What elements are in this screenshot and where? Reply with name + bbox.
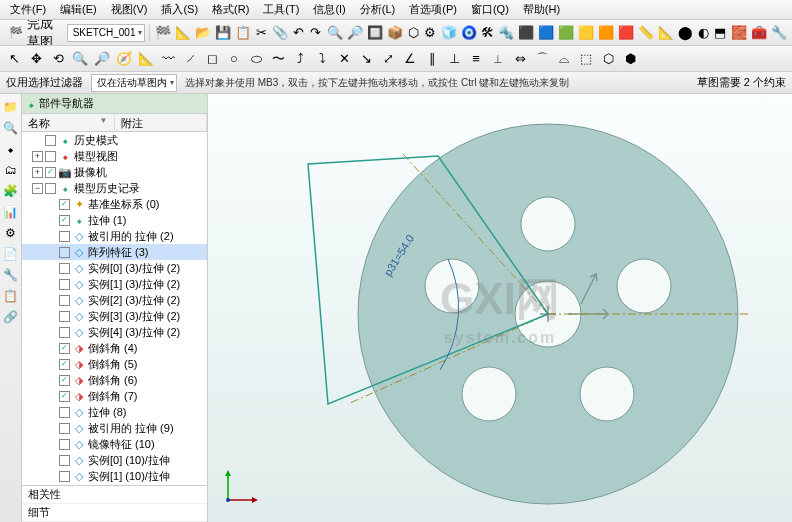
toolbar-btn-4[interactable]: 📋 bbox=[234, 23, 252, 43]
sketch-btn-16[interactable]: ↘ bbox=[356, 49, 376, 69]
tree-row[interactable]: ◇阵列特征 (3) bbox=[22, 244, 207, 260]
toolbar-btn-22[interactable]: 🟨 bbox=[577, 23, 595, 43]
toolbar-btn-7[interactable]: ↶ bbox=[291, 23, 306, 43]
checkbox-icon[interactable] bbox=[59, 231, 70, 242]
side-btn-4[interactable]: 🧩 bbox=[2, 182, 20, 200]
sketch-btn-1[interactable]: ✥ bbox=[26, 49, 46, 69]
sketch-btn-26[interactable]: ⬚ bbox=[576, 49, 596, 69]
sketch-btn-8[interactable]: ⟋ bbox=[180, 49, 200, 69]
toolbar-btn-20[interactable]: 🟦 bbox=[537, 23, 555, 43]
tree-row[interactable]: +✓📷摄像机 bbox=[22, 164, 207, 180]
checkbox-icon[interactable] bbox=[59, 295, 70, 306]
side-btn-10[interactable]: 🔗 bbox=[2, 308, 20, 326]
toolbar-btn-25[interactable]: 📏 bbox=[637, 23, 655, 43]
toolbar-btn-27[interactable]: ⬤ bbox=[677, 23, 694, 43]
tree-row[interactable]: ✓⬗倒斜角 (6) bbox=[22, 372, 207, 388]
menu-item-0[interactable]: 文件(F) bbox=[4, 0, 52, 19]
sketch-btn-25[interactable]: ⌓ bbox=[554, 49, 574, 69]
toolbar-btn-10[interactable]: 🔎 bbox=[346, 23, 364, 43]
tree-row[interactable]: ◇实例[3] (3)/拉伸 (2) bbox=[22, 308, 207, 324]
toolbar-btn-29[interactable]: ⬒ bbox=[713, 23, 728, 43]
tree-row[interactable]: ◇实例[0] (3)/拉伸 (2) bbox=[22, 260, 207, 276]
tree-row[interactable]: −⬥模型历史记录 bbox=[22, 180, 207, 196]
checkbox-icon[interactable] bbox=[59, 279, 70, 290]
sketch-btn-4[interactable]: 🔎 bbox=[92, 49, 112, 69]
sketch-btn-19[interactable]: ∥ bbox=[422, 49, 442, 69]
side-btn-7[interactable]: 📄 bbox=[2, 245, 20, 263]
side-btn-1[interactable]: 🔍 bbox=[2, 119, 20, 137]
toolbar-btn-13[interactable]: ⬡ bbox=[406, 23, 421, 43]
toolbar-btn-2[interactable]: 📂 bbox=[194, 23, 212, 43]
sketch-btn-2[interactable]: ⟲ bbox=[48, 49, 68, 69]
nav-bottom-row-1[interactable]: 细节 bbox=[22, 504, 207, 522]
sketch-btn-7[interactable]: 〰 bbox=[158, 49, 178, 69]
toolbar-btn-26[interactable]: 📐 bbox=[657, 23, 675, 43]
checkbox-icon[interactable]: ✓ bbox=[59, 199, 70, 210]
checkbox-icon[interactable] bbox=[59, 327, 70, 338]
menu-item-1[interactable]: 编辑(E) bbox=[54, 0, 103, 19]
toolbar-btn-0[interactable]: 🏁 bbox=[154, 23, 172, 43]
checkbox-icon[interactable] bbox=[59, 311, 70, 322]
side-btn-0[interactable]: 📁 bbox=[2, 98, 20, 116]
side-btn-2[interactable]: ⬥ bbox=[2, 140, 20, 158]
tree-row[interactable]: ◇实例[1] (3)/拉伸 (2) bbox=[22, 276, 207, 292]
tree-row[interactable]: ◇实例[2] (3)/拉伸 (2) bbox=[22, 292, 207, 308]
finish-sketch-button[interactable]: 🏁 完成草图 bbox=[4, 23, 65, 43]
checkbox-icon[interactable] bbox=[59, 439, 70, 450]
toolbar-btn-5[interactable]: ✂ bbox=[254, 23, 269, 43]
tree-row[interactable]: ◇实例[1] (10)/拉伸 bbox=[22, 468, 207, 484]
tree-row[interactable]: ✓⬗倒斜角 (4) bbox=[22, 340, 207, 356]
side-btn-3[interactable]: 🗂 bbox=[2, 161, 20, 179]
toolbar-btn-12[interactable]: 📦 bbox=[386, 23, 404, 43]
side-btn-5[interactable]: 📊 bbox=[2, 203, 20, 221]
expand-icon[interactable]: + bbox=[32, 167, 43, 178]
sketch-btn-14[interactable]: ⤵ bbox=[312, 49, 332, 69]
checkbox-icon[interactable] bbox=[59, 263, 70, 274]
sketch-btn-15[interactable]: ✕ bbox=[334, 49, 354, 69]
tree-row[interactable]: ◇镜像特征 (10) bbox=[22, 436, 207, 452]
checkbox-icon[interactable]: ✓ bbox=[59, 375, 70, 386]
sketch-btn-5[interactable]: 🧭 bbox=[114, 49, 134, 69]
sketch-btn-12[interactable]: 〜 bbox=[268, 49, 288, 69]
nav-bottom-row-0[interactable]: 相关性 bbox=[22, 486, 207, 504]
expand-icon[interactable]: − bbox=[32, 183, 43, 194]
sketch-btn-27[interactable]: ⬡ bbox=[598, 49, 618, 69]
checkbox-icon[interactable] bbox=[59, 471, 70, 482]
col-name[interactable]: 名称▼ bbox=[22, 114, 115, 131]
menu-item-6[interactable]: 信息(I) bbox=[307, 0, 351, 19]
sketch-btn-28[interactable]: ⬢ bbox=[620, 49, 640, 69]
toolbar-btn-8[interactable]: ↷ bbox=[308, 23, 323, 43]
menu-item-7[interactable]: 分析(L) bbox=[354, 0, 401, 19]
toolbar-btn-3[interactable]: 💾 bbox=[214, 23, 232, 43]
toolbar-btn-6[interactable]: 📎 bbox=[271, 23, 289, 43]
checkbox-icon[interactable] bbox=[45, 151, 56, 162]
checkbox-icon[interactable]: ✓ bbox=[59, 215, 70, 226]
checkbox-icon[interactable]: ✓ bbox=[45, 167, 56, 178]
tree-row[interactable]: ◇被引用的 拉伸 (9) bbox=[22, 420, 207, 436]
checkbox-icon[interactable]: ✓ bbox=[59, 359, 70, 370]
menu-item-2[interactable]: 视图(V) bbox=[105, 0, 154, 19]
tree-row[interactable]: +⬥模型视图 bbox=[22, 148, 207, 164]
sketch-btn-13[interactable]: ⤴ bbox=[290, 49, 310, 69]
navigator-tree[interactable]: ⬥历史模式+⬥模型视图+✓📷摄像机−⬥模型历史记录✓✦基准坐标系 (0)✓⬥拉伸… bbox=[22, 132, 207, 485]
toolbar-btn-23[interactable]: 🟧 bbox=[597, 23, 615, 43]
tree-row[interactable]: ◇拉伸 (8) bbox=[22, 404, 207, 420]
checkbox-icon[interactable] bbox=[59, 407, 70, 418]
toolbar-btn-18[interactable]: 🔩 bbox=[497, 23, 515, 43]
tree-row[interactable]: ✓✦基准坐标系 (0) bbox=[22, 196, 207, 212]
toolbar-btn-30[interactable]: 🧱 bbox=[730, 23, 748, 43]
sketch-btn-10[interactable]: ○ bbox=[224, 49, 244, 69]
toolbar-btn-31[interactable]: 🧰 bbox=[750, 23, 768, 43]
sketch-btn-23[interactable]: ⇔ bbox=[510, 49, 530, 69]
sketch-btn-9[interactable]: ◻ bbox=[202, 49, 222, 69]
menu-item-9[interactable]: 窗口(Q) bbox=[465, 0, 515, 19]
toolbar-btn-16[interactable]: 🧿 bbox=[460, 23, 478, 43]
filter-dropdown[interactable]: 仅在活动草图内 ▾ bbox=[91, 74, 177, 92]
sketch-name-dropdown[interactable]: SKETCH_001 ▾ bbox=[67, 24, 146, 42]
checkbox-icon[interactable] bbox=[59, 247, 70, 258]
checkbox-icon[interactable]: ✓ bbox=[59, 343, 70, 354]
tree-row[interactable]: ◇实例[0] (10)/拉伸 bbox=[22, 452, 207, 468]
sketch-btn-17[interactable]: ⤢ bbox=[378, 49, 398, 69]
checkbox-icon[interactable] bbox=[59, 423, 70, 434]
side-btn-9[interactable]: 📋 bbox=[2, 287, 20, 305]
